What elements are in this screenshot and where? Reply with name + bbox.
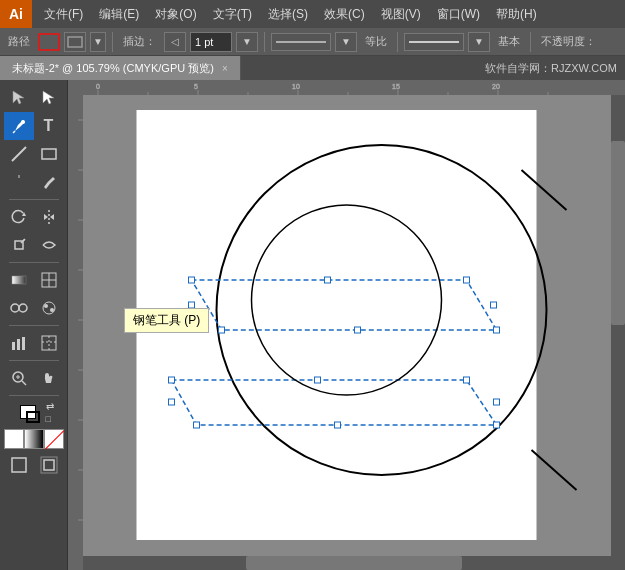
svg-rect-67 [494, 399, 500, 405]
stroke-arrow-select[interactable]: ▼ [90, 32, 106, 52]
ai-logo: Ai [0, 0, 32, 28]
tool-direct-select[interactable] [34, 84, 64, 112]
opacity-label: 不透明度： [537, 34, 600, 49]
tool-hand[interactable] [34, 364, 64, 392]
tool-zoom[interactable] [4, 364, 34, 392]
tool-slice[interactable] [34, 329, 64, 357]
scrollbar-vertical[interactable] [611, 95, 625, 556]
menu-edit[interactable]: 编辑(E) [91, 0, 147, 28]
tool-type[interactable]: T [34, 112, 64, 140]
svg-rect-65 [189, 302, 195, 308]
menu-object[interactable]: 对象(O) [147, 0, 204, 28]
tool-fill-normal[interactable] [4, 429, 24, 449]
tool-pen[interactable] [4, 112, 34, 140]
menu-window[interactable]: 窗口(W) [429, 0, 488, 28]
tool-blend[interactable] [4, 294, 34, 322]
diagonal-line-bottom [532, 450, 577, 490]
svg-rect-25 [22, 337, 25, 350]
menu-text[interactable]: 文字(T) [205, 0, 260, 28]
handle-bl-top[interactable] [219, 327, 225, 333]
tool-paint[interactable] [4, 168, 34, 196]
interpolate-value[interactable] [190, 32, 232, 52]
tab-title: 未标题-2* @ 105.79% (CMYK/GPU 预览) [12, 61, 214, 76]
interpolate-label: 插边： [119, 34, 160, 49]
handle-tl-bottom[interactable] [169, 377, 175, 383]
svg-rect-26 [42, 336, 56, 350]
svg-rect-0 [68, 37, 82, 47]
stroke-type-select[interactable] [64, 32, 86, 52]
tool-mirror[interactable] [34, 203, 64, 231]
line-ratio-label: 等比 [361, 34, 391, 49]
handle-tr-bottom[interactable] [464, 377, 470, 383]
menu-effect[interactable]: 效果(C) [316, 0, 373, 28]
svg-rect-34 [44, 460, 54, 470]
tool-symbol[interactable] [34, 294, 64, 322]
handle-tr-top[interactable] [464, 277, 470, 283]
handle-br-top[interactable] [494, 327, 500, 333]
interpolate-arrow[interactable]: ▼ [236, 32, 258, 52]
menu-view[interactable]: 视图(V) [373, 0, 429, 28]
tool-fill-none[interactable] [44, 429, 64, 449]
svg-line-30 [22, 381, 26, 385]
svg-rect-62 [325, 277, 331, 283]
scrollbar-horizontal[interactable] [83, 556, 625, 570]
menu-bar: Ai 文件(F) 编辑(E) 对象(O) 文字(T) 选择(S) 效果(C) 视… [0, 0, 625, 28]
svg-point-3 [21, 120, 25, 124]
stroke-color-swatch[interactable] [38, 33, 60, 51]
toolbar-path-label: 路径 [4, 34, 34, 49]
svg-rect-66 [315, 377, 321, 383]
svg-line-5 [12, 147, 26, 161]
color-swap-tools[interactable]: ⇄ □ [46, 401, 54, 429]
active-tab[interactable]: 未标题-2* @ 105.79% (CMYK/GPU 预览) × [0, 56, 241, 80]
svg-rect-33 [12, 458, 26, 472]
handle-br-bottom[interactable] [494, 422, 500, 428]
main-area: T [0, 80, 625, 570]
canvas-area: 0 5 10 15 20 [68, 80, 625, 570]
menu-help[interactable]: 帮助(H) [488, 0, 545, 28]
tool-pencil[interactable] [34, 168, 64, 196]
svg-rect-68 [335, 422, 341, 428]
line-style-arrow[interactable]: ▼ [335, 32, 357, 52]
svg-rect-23 [12, 342, 15, 350]
tool-line[interactable] [4, 140, 34, 168]
line-style-selector[interactable] [271, 33, 331, 51]
drawing-svg [68, 80, 625, 570]
svg-point-18 [11, 304, 19, 312]
tool-draw-mode-normal[interactable] [4, 451, 34, 479]
tool-column-graph[interactable] [4, 329, 34, 357]
svg-point-19 [19, 304, 27, 312]
svg-point-22 [50, 308, 54, 312]
svg-rect-14 [12, 276, 26, 284]
line-end-selector[interactable] [404, 33, 464, 51]
tool-draw-mode-behind[interactable] [34, 451, 64, 479]
tab-right-info: 软件自学网：RJZXW.COM [485, 61, 625, 76]
svg-rect-6 [42, 149, 56, 159]
svg-point-20 [43, 302, 55, 314]
toolbar: 路径 ▼ 插边： ◁ ▼ ▼ 等比 ▼ 基本 不透明度： [0, 28, 625, 56]
line-end-label: 基本 [494, 34, 524, 49]
svg-rect-69 [169, 399, 175, 405]
tab-close-button[interactable]: × [222, 63, 228, 74]
tool-rect[interactable] [34, 140, 64, 168]
tool-fill-gradient[interactable] [24, 429, 44, 449]
tool-scale[interactable] [4, 231, 34, 259]
tab-bar: 未标题-2* @ 105.79% (CMYK/GPU 预览) × 软件自学网：R… [0, 56, 625, 80]
tool-mesh[interactable] [34, 266, 64, 294]
tool-rotate[interactable] [4, 203, 34, 231]
line-end-arrow[interactable]: ▼ [468, 32, 490, 52]
svg-rect-24 [17, 339, 20, 350]
left-toolbar: T [0, 80, 68, 570]
svg-line-4 [13, 131, 15, 133]
menu-select[interactable]: 选择(S) [260, 0, 316, 28]
menu-items: 文件(F) 编辑(E) 对象(O) 文字(T) 选择(S) 效果(C) 视图(V… [32, 0, 545, 28]
svg-point-21 [44, 304, 48, 308]
handle-tl-top[interactable] [189, 277, 195, 283]
tool-gradient[interactable] [4, 266, 34, 294]
color-fill-stroke[interactable] [14, 401, 46, 429]
menu-file[interactable]: 文件(F) [36, 0, 91, 28]
tool-warp[interactable] [34, 231, 64, 259]
interpolate-toggle[interactable]: ◁ [164, 32, 186, 52]
svg-rect-64 [355, 327, 361, 333]
handle-bl-bottom[interactable] [194, 422, 200, 428]
tool-select[interactable] [4, 84, 34, 112]
